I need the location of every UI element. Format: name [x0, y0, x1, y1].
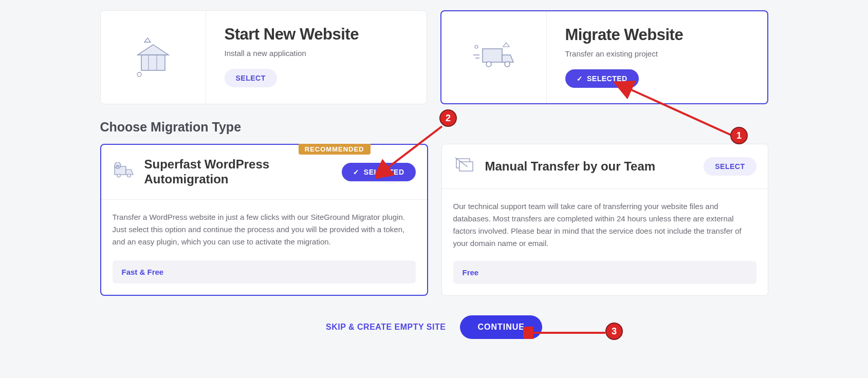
annotation-arrow-1 [555, 78, 740, 145]
option-new-website[interactable]: Start New Website Install a new applicat… [100, 10, 427, 104]
annotation-arrow-3 [523, 327, 611, 339]
svg-line-22 [628, 88, 732, 136]
migration-title: Superfast WordPress Automigration [144, 157, 333, 187]
wp-truck-icon: W [113, 162, 135, 182]
price-badge: Fast & Free [113, 260, 416, 284]
svg-marker-11 [503, 43, 509, 47]
annotation-marker-2: 2 [439, 109, 457, 127]
check-icon [353, 168, 360, 176]
svg-point-14 [117, 174, 120, 177]
svg-point-5 [137, 72, 141, 77]
annotation-marker-3: 3 [605, 323, 623, 340]
option-manual-transfer[interactable]: Manual Transfer by our Team SELECT Our t… [441, 144, 768, 296]
svg-point-7 [486, 62, 491, 67]
card-title: Migrate Website [565, 26, 749, 44]
svg-rect-19 [459, 162, 473, 171]
svg-text:W: W [116, 164, 120, 168]
card-title: Start New Website [225, 25, 408, 44]
svg-rect-6 [483, 49, 502, 62]
annotation-arrow-2 [375, 118, 457, 180]
migration-description: Our technical support team will take car… [442, 189, 768, 255]
price-badge: Free [453, 261, 756, 284]
truck-icon [441, 11, 547, 103]
recommended-badge: RECOMMENDED [299, 144, 371, 155]
card-subtitle: Transfer an existing project [565, 49, 749, 58]
skip-link[interactable]: SKIP & CREATE EMPTY SITE [326, 323, 446, 332]
svg-line-24 [385, 126, 442, 169]
house-icon [101, 11, 206, 104]
migration-description: Transfer a WordPress website in just a f… [101, 200, 427, 254]
select-button[interactable]: SELECT [704, 157, 756, 176]
svg-point-8 [505, 62, 510, 67]
select-button[interactable]: SELECT [225, 69, 277, 87]
migration-title: Manual Transfer by our Team [485, 159, 695, 174]
annotation-marker-1: 1 [730, 127, 748, 144]
svg-marker-4 [144, 38, 151, 42]
svg-rect-1 [141, 55, 165, 70]
svg-point-12 [475, 45, 478, 48]
svg-marker-0 [138, 45, 169, 55]
svg-point-15 [127, 174, 131, 177]
card-subtitle: Install a new application [225, 49, 408, 58]
